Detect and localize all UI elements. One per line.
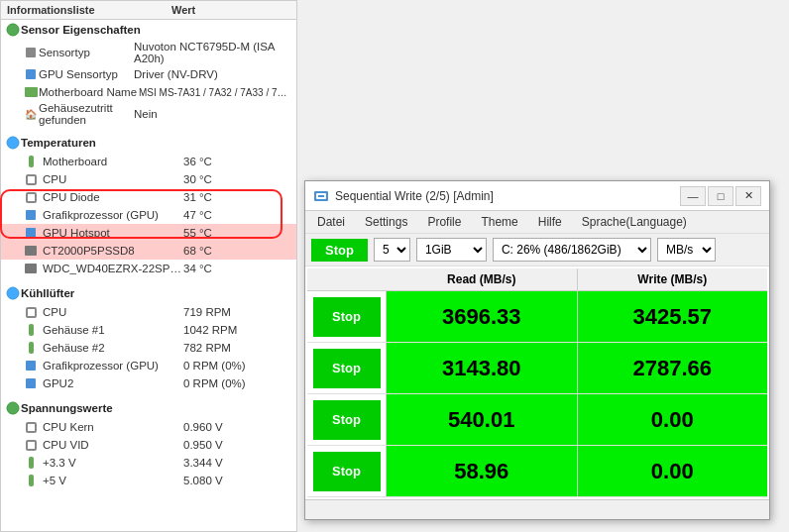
stop-button-3[interactable]: Stop <box>313 400 381 440</box>
temp-gpu-value: 47 °C <box>183 209 292 221</box>
write-cell-1: 3425.57 <box>578 291 768 342</box>
svg-rect-15 <box>29 342 34 354</box>
stop-col-header <box>307 268 387 290</box>
menu-hilfe[interactable]: Hilfe <box>532 213 568 231</box>
svg-rect-13 <box>27 308 36 317</box>
close-button[interactable]: ✕ <box>735 186 761 206</box>
fan-gehause2-row: Gehäuse #2 782 RPM <box>1 339 296 357</box>
drive-select[interactable]: C: 26% (486/1862GiB) <box>493 238 651 262</box>
svg-rect-25 <box>318 195 324 197</box>
temperaturen-label: Temperaturen <box>21 137 96 149</box>
fan-gpu2-icon <box>23 375 39 391</box>
cdm-title: Sequential Write (2/5) [Admin] <box>335 189 680 203</box>
temp-wdc-label: WDC_WD40EZRX-22SPEB0 <box>43 263 183 274</box>
menu-profile[interactable]: Profile <box>421 213 467 231</box>
read-cell-4: 58.96 <box>387 446 578 496</box>
voltage-group-icon <box>5 400 21 416</box>
temp-ct2000-row: CT2000P5PSSD8 68 °C <box>1 242 296 260</box>
cdm-header-row: Read (MB/s) Write (MB/s) <box>307 268 767 291</box>
svg-rect-6 <box>27 175 36 184</box>
cpu-temp-icon <box>23 171 39 187</box>
gpu-hotspot-icon <box>23 225 39 241</box>
cdm-menubar: Datei Settings Profile Theme Hilfe Sprac… <box>305 211 769 234</box>
write-cell-2: 2787.66 <box>578 343 768 393</box>
svg-rect-3 <box>25 87 38 97</box>
chip-icon <box>23 45 39 60</box>
spannungswerte-header: Spannungswerte <box>1 398 296 418</box>
panel-header: Informationsliste Wert <box>1 1 296 20</box>
fan-group-icon <box>5 285 21 301</box>
volt-cpu-vid-value: 0.950 V <box>183 439 292 451</box>
temp-group-icon <box>5 135 21 151</box>
size-select[interactable]: 1GiB 512MiB 2GiB <box>416 238 487 262</box>
fan-gpu-row: Grafikprozessor (GPU) 0 RPM (0%) <box>1 357 296 374</box>
cpu-diode-icon <box>23 189 39 205</box>
svg-rect-11 <box>25 264 37 273</box>
svg-rect-10 <box>25 246 37 256</box>
svg-rect-22 <box>29 475 34 486</box>
cdm-row-4: Stop 58.96 0.00 <box>307 446 767 497</box>
fan-cpu-row: CPU 719 RPM <box>1 303 296 321</box>
gpu-sensortyp-label: GPU Sensortyp <box>39 68 134 80</box>
fan-gehause1-icon <box>23 322 39 338</box>
temperaturen-header: Temperaturen <box>1 133 296 153</box>
gpu-temp-icon <box>23 207 39 223</box>
volt-cpu-kern-icon <box>23 419 39 435</box>
read-value-4: 58.96 <box>454 459 508 484</box>
menu-datei[interactable]: Datei <box>311 213 351 231</box>
stop-cell-1: Stop <box>307 291 387 342</box>
menu-sprache[interactable]: Sprache(Language) <box>576 213 693 231</box>
volt-3v3-value: 3.344 V <box>183 457 292 469</box>
temp-cpu-diode-label: CPU Diode <box>43 191 183 203</box>
disk-temp-icon <box>23 243 39 259</box>
svg-rect-9 <box>26 228 36 238</box>
gpu-sensortyp-value: Driver (NV-DRV) <box>134 68 292 80</box>
cdm-row-3: Stop 540.01 0.00 <box>307 394 767 446</box>
volt-3v3-row: +3.3 V 3.344 V <box>1 454 296 472</box>
menu-settings[interactable]: Settings <box>359 213 413 231</box>
fan-gehause2-value: 782 RPM <box>183 342 292 354</box>
fan-gpu2-row: GPU2 0 RPM (0%) <box>1 374 296 392</box>
hwinfo-panel: Informationsliste Wert Sensor Eigenschaf… <box>0 0 297 532</box>
read-col-header: Read (MB/s) <box>387 268 578 290</box>
volt-3v3-label: +3.3 V <box>43 457 183 469</box>
stop-button-1[interactable]: Stop <box>313 297 381 337</box>
write-col-header: Write (MB/s) <box>578 268 768 290</box>
gehause-row: 🏠 Gehäusezutritt gefunden Nein <box>1 101 296 127</box>
count-select[interactable]: 1 3 5 9 <box>374 238 410 262</box>
svg-rect-7 <box>27 193 36 202</box>
volt-3v3-icon <box>23 455 39 471</box>
unit-select[interactable]: MB/s GB/s IOPS <box>657 238 716 262</box>
sensor-eigenschaften-label: Sensor Eigenschaften <box>21 24 141 36</box>
svg-rect-21 <box>29 457 34 469</box>
volt-cpu-vid-icon <box>23 437 39 453</box>
svg-rect-2 <box>26 69 36 79</box>
volt-cpu-kern-row: CPU Kern 0.960 V <box>1 418 296 436</box>
volt-5v-value: 5.080 V <box>183 475 292 486</box>
fan-cpu-label: CPU <box>43 306 183 318</box>
temp-ct2000-value: 68 °C <box>183 245 292 257</box>
read-cell-1: 3696.33 <box>387 291 578 342</box>
temp-gpu-row: Grafikprozessor (GPU) 47 °C <box>1 206 296 224</box>
volt-5v-row: +5 V 5.080 V <box>1 472 296 489</box>
spannungswerte-label: Spannungswerte <box>21 402 113 414</box>
stop-button-4[interactable]: Stop <box>313 452 381 491</box>
gpu-icon <box>23 66 39 82</box>
volt-5v-icon <box>23 473 39 488</box>
write-value-4: 0.00 <box>651 459 694 484</box>
temp-cpu-row: CPU 30 °C <box>1 170 296 188</box>
disk2-temp-icon <box>23 261 39 276</box>
svg-point-0 <box>7 24 19 36</box>
maximize-button[interactable]: □ <box>708 186 733 206</box>
menu-theme[interactable]: Theme <box>475 213 523 231</box>
read-cell-3: 540.01 <box>387 394 578 445</box>
fan-gehause1-value: 1042 RPM <box>183 324 292 336</box>
main-stop-button[interactable]: Stop <box>311 239 368 262</box>
sensortyp-label: Sensortyp <box>39 47 134 58</box>
temp-gpu-hotspot-value: 55 °C <box>183 227 292 239</box>
stop-button-2[interactable]: Stop <box>313 349 381 388</box>
svg-rect-20 <box>27 441 36 450</box>
cdm-statusbar <box>305 499 769 519</box>
temp-gpu-hotspot-label: GPU Hotspot <box>43 227 183 239</box>
minimize-button[interactable]: — <box>680 186 706 206</box>
